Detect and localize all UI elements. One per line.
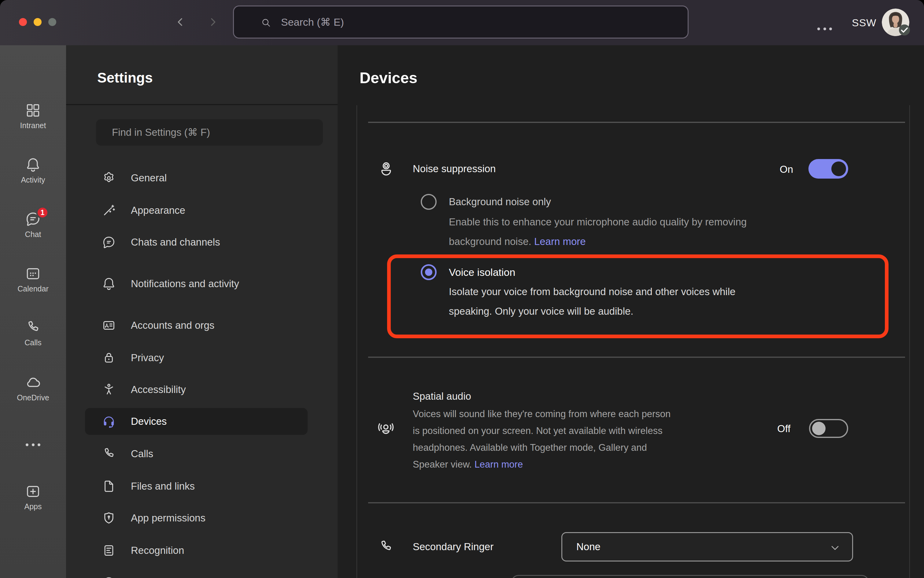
rail-more-button[interactable] xyxy=(0,437,66,450)
section-divider-top xyxy=(368,122,905,123)
teams-settings-window: Search (⌘ E) SSW Intranet xyxy=(0,0,924,578)
presence-badge xyxy=(899,24,910,36)
id-card-icon xyxy=(102,318,116,333)
close-button[interactable] xyxy=(19,18,27,26)
nav-item-calls[interactable]: Calls xyxy=(85,440,308,467)
rail-item-onedrive[interactable]: OneDrive xyxy=(0,374,66,402)
secondary-ringer-dropdown[interactable]: None xyxy=(561,532,853,562)
annotation-box xyxy=(387,255,888,338)
chevron-left-icon xyxy=(174,16,186,28)
background-noise-only-description: Enable this to enhance your microphone a… xyxy=(449,212,747,252)
noise-suppression-label: Noise suppression xyxy=(413,163,496,175)
devices-settings-content: Devices Noise suppression On Background … xyxy=(337,45,924,578)
nav-item-devices[interactable]: Devices xyxy=(85,408,308,435)
noise-suppression-toggle[interactable] xyxy=(809,159,848,179)
rail-item-intranet[interactable]: Intranet xyxy=(0,102,66,130)
more-options-button[interactable] xyxy=(816,21,833,33)
nav-item-general[interactable]: General xyxy=(85,164,308,192)
apps-plus-icon xyxy=(25,483,41,500)
calendar-icon xyxy=(25,265,41,282)
spatial-audio-description: Voices will sound like they're coming fr… xyxy=(413,406,671,473)
phone-icon xyxy=(102,446,116,461)
bell-icon xyxy=(25,157,41,173)
dropdown-value: None xyxy=(576,541,600,553)
secondary-ringer-label: Secondary Ringer xyxy=(413,541,493,553)
nav-item-partial[interactable] xyxy=(85,570,308,578)
accessibility-icon xyxy=(102,382,116,397)
lock-icon xyxy=(102,351,116,365)
cloud-icon xyxy=(24,374,42,391)
grid-icon xyxy=(25,102,41,119)
find-placeholder: Find in Settings (⌘ F) xyxy=(112,127,210,138)
noise-suppression-state: On xyxy=(780,164,793,175)
headset-icon xyxy=(102,414,116,429)
forward-button[interactable] xyxy=(207,16,219,28)
check-icon xyxy=(899,24,910,36)
bell-icon xyxy=(102,276,116,291)
nav-item-chats-and-channels[interactable]: Chats and channels xyxy=(85,229,308,256)
chat-unread-badge: 1 xyxy=(36,206,49,219)
section-divider-bottom xyxy=(368,502,905,503)
settings-title: Settings xyxy=(97,70,152,86)
spatial-audio-toggle[interactable] xyxy=(809,419,848,438)
file-icon xyxy=(102,479,116,494)
search-icon xyxy=(260,17,272,28)
rail-item-chat[interactable]: 1 Chat xyxy=(0,210,66,239)
app-rail: Intranet Activity 1 Chat Calendar xyxy=(0,45,66,578)
section-divider-middle xyxy=(368,357,905,358)
wand-icon xyxy=(102,203,116,218)
gear-icon xyxy=(102,170,116,185)
fullscreen-button[interactable] xyxy=(48,18,56,26)
tenant-label: SSW xyxy=(852,17,876,29)
spatial-audio-icon xyxy=(377,420,395,438)
nav-item-privacy[interactable]: Privacy xyxy=(85,344,308,371)
nav-item-appearance[interactable]: Appearance xyxy=(85,197,308,224)
find-in-settings-input[interactable]: Find in Settings (⌘ F) xyxy=(96,119,323,146)
nav-item-app-permissions[interactable]: App permissions xyxy=(85,505,308,531)
phone-icon xyxy=(25,319,41,336)
noise-suppression-icon xyxy=(378,160,394,177)
nav-item-accessibility[interactable]: Accessibility xyxy=(85,376,308,403)
minimize-button[interactable] xyxy=(34,18,42,26)
card-right-border xyxy=(909,105,910,578)
nav-item-recognition[interactable]: Recognition xyxy=(85,537,308,564)
learn-more-link[interactable]: Learn more xyxy=(475,459,523,470)
shield-icon xyxy=(102,511,116,525)
back-button[interactable] xyxy=(174,16,186,28)
rail-item-calendar[interactable]: Calendar xyxy=(0,265,66,293)
page-title: Devices xyxy=(360,69,417,87)
ellipsis-icon xyxy=(24,437,42,448)
background-noise-only-label[interactable]: Background noise only xyxy=(449,196,551,208)
panel-header-divider xyxy=(66,104,337,105)
search-input[interactable]: Search (⌘ E) xyxy=(233,5,689,39)
rail-item-activity[interactable]: Activity xyxy=(0,157,66,184)
title-bar: Search (⌘ E) SSW xyxy=(0,0,924,45)
rail-item-calls[interactable]: Calls xyxy=(0,319,66,347)
learn-more-link[interactable]: Learn more xyxy=(534,236,586,247)
spatial-audio-state: Off xyxy=(777,423,790,435)
nav-item-files-and-links[interactable]: Files and links xyxy=(85,473,308,500)
rail-item-apps[interactable]: Apps xyxy=(0,483,66,511)
note-icon xyxy=(102,543,116,558)
background-noise-only-radio[interactable] xyxy=(421,194,437,210)
spatial-audio-label: Spatial audio xyxy=(413,391,471,402)
card-left-border xyxy=(357,105,357,578)
chevron-right-icon xyxy=(207,16,219,28)
settings-nav-panel: Settings Find in Settings (⌘ F) General … xyxy=(66,45,337,578)
nav-item-accounts[interactable]: Accounts and orgs xyxy=(85,312,308,339)
secondary-ringer-icon xyxy=(378,539,394,555)
search-placeholder: Search (⌘ E) xyxy=(281,16,344,28)
nav-item-notifications[interactable]: Notifications and activity xyxy=(85,270,308,297)
chat-bubble-icon xyxy=(102,235,116,250)
circle-icon xyxy=(102,576,116,578)
partial-card-edge xyxy=(511,575,869,578)
chevron-down-icon xyxy=(829,542,841,554)
